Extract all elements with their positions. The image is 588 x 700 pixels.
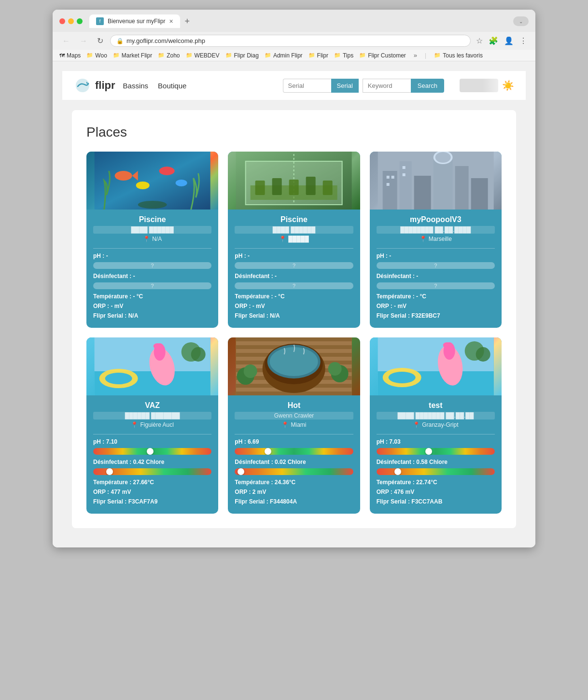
search-serial-input[interactable] [283, 79, 331, 93]
tab-close-btn[interactable]: × [169, 17, 173, 25]
card-owner-2: ████ ██████ [235, 226, 353, 234]
card-name-5: Hot [235, 401, 353, 410]
card-serial-4: Flipr Serial : F3CAF7A9 [93, 498, 211, 505]
close-button[interactable] [59, 18, 65, 24]
aquarium-image [86, 152, 218, 210]
place-card-5[interactable]: Hot Gwenn Crawler 📍 Miami pH : 6.69 Dési [228, 337, 360, 514]
bookmark-flipr-customer[interactable]: 📁 Flipr Customer [359, 52, 406, 59]
card-disinfectant-1: Désinfectant : - [93, 273, 211, 280]
minimize-button[interactable] [68, 18, 74, 24]
pin-icon-2: 📍 [279, 236, 286, 242]
bookmark-market-flipr[interactable]: 📁 Market Flipr [113, 52, 152, 59]
card-ph-2: pH : - [235, 252, 353, 259]
svg-point-57 [328, 362, 342, 376]
card-owner-3: ████████ ██.██.████ [377, 226, 495, 234]
svg-rect-15 [323, 181, 333, 195]
card-owner-5: Gwenn Crawler [235, 412, 353, 420]
card-owner-6: ████ ███████ ██.██.██ [377, 412, 495, 420]
svg-rect-13 [289, 180, 299, 195]
card-serial-1: Flipr Serial : N/A [93, 312, 211, 319]
user-avatar[interactable] [460, 79, 498, 92]
svg-rect-17 [382, 171, 397, 210]
more-bookmarks[interactable]: » [414, 52, 417, 59]
card-body-5: Hot Gwenn Crawler 📍 Miami pH : 6.69 Dési [228, 395, 360, 514]
bookmark-woo-label: Woo [95, 52, 107, 59]
bookmark-maps[interactable]: 🗺 Maps [59, 52, 81, 59]
svg-rect-20 [433, 156, 452, 210]
place-card-2[interactable]: Piscine ████ ██████ 📍 █████ pH : - ? Dés… [228, 152, 360, 328]
gauge-question-d3: ? [434, 283, 437, 289]
logo-text: flipr [95, 79, 115, 92]
flipr-logo[interactable]: flipr [74, 77, 115, 94]
svg-point-55 [244, 364, 257, 378]
secure-icon: 🔒 [116, 38, 124, 44]
search-keyword-button[interactable]: Search [411, 79, 444, 93]
card-owner-1: ████ ██████ [93, 226, 211, 234]
folder-icon-6: 📁 [265, 52, 271, 58]
place-card-6[interactable]: test ████ ███████ ██.██.██ 📍 Granzay-Gri… [370, 337, 502, 514]
browser-titlebar: f Bienvenue sur myFlipr × + ⌄ [53, 10, 535, 32]
card-body-2: Piscine ████ ██████ 📍 █████ pH : - ? Dés… [228, 210, 360, 328]
svg-point-67 [476, 347, 490, 362]
gauge-disinfect-marker-5 [238, 468, 244, 475]
back-button[interactable]: ← [59, 36, 73, 46]
active-tab[interactable]: f Bienvenue sur myFlipr × [89, 14, 180, 28]
svg-rect-21 [455, 166, 468, 210]
gauge-question-2: ? [293, 263, 295, 268]
bookmark-flipr[interactable]: 📁 Flipr [308, 52, 328, 59]
gauge-ph-marker-5 [265, 448, 271, 455]
svg-rect-12 [272, 178, 282, 195]
address-bar[interactable]: 🔒 my.goflipr.com/welcome.php [110, 35, 471, 47]
city-image [370, 152, 502, 210]
card-body-6: test ████ ███████ ██.██.██ 📍 Granzay-Gri… [370, 395, 502, 514]
place-card-1[interactable]: Piscine ████ ██████ 📍 N/A pH : - ? Désin… [86, 152, 218, 328]
search-keyword-input[interactable] [363, 79, 411, 93]
bookmark-flipr-diag[interactable]: 📁 Flipr Diag [225, 52, 259, 59]
card-ph-4: pH : 7.10 [93, 438, 211, 445]
card-disinfectant-2: Désinfectant : - [235, 273, 353, 280]
menu-button[interactable]: ⋮ [518, 35, 529, 47]
bookmark-zoho[interactable]: 📁 Zoho [158, 52, 180, 59]
pin-icon-4: 📍 [131, 421, 138, 428]
maximize-button[interactable] [77, 18, 83, 24]
place-card-4[interactable]: VAZ ██████ ███████ 📍 Figuière Aucl pH : … [86, 337, 218, 514]
card-temp-1: Température : - °C [93, 293, 211, 300]
card-temp-2: Température : - °C [235, 293, 353, 300]
gauge-ph-6 [377, 448, 495, 455]
gauge-disinfect-inactive-2: ? [235, 282, 353, 289]
bookmark-tips[interactable]: 📁 Tips [334, 52, 353, 59]
svg-point-1 [115, 171, 132, 181]
search-serial-button[interactable]: Serial [331, 79, 359, 93]
main-content-area: Places [72, 110, 516, 528]
card-orp-2: ORP : - mV [235, 303, 353, 309]
bookmark-webdev[interactable]: 📁 WEBDEV [186, 52, 220, 59]
folder-icon-4: 📁 [186, 52, 193, 58]
card-disinfectant-4: Désinfectant : 0.42 Chlore [93, 459, 211, 465]
svg-rect-19 [414, 176, 431, 210]
bookmark-all-favorites[interactable]: 📁 Tous les favoris [434, 52, 483, 59]
card-body-1: Piscine ████ ██████ 📍 N/A pH : - ? Désin… [86, 210, 218, 328]
svg-point-37 [105, 373, 132, 384]
new-tab-button[interactable]: + [182, 15, 193, 28]
card-image-2 [228, 152, 360, 210]
svg-point-4 [159, 167, 175, 175]
svg-rect-28 [402, 166, 405, 169]
card-name-2: Piscine [235, 215, 353, 224]
svg-rect-14 [306, 177, 316, 195]
bookmark-admin-flipr[interactable]: 📁 Admin Flipr [265, 52, 303, 59]
refresh-button[interactable]: ↻ [94, 35, 106, 46]
profile-button[interactable]: 👤 [503, 35, 515, 47]
gauge-ph-track-6 [377, 448, 495, 455]
bookmark-star-button[interactable]: ☆ [475, 35, 484, 47]
bookmark-woo[interactable]: 📁 Woo [86, 52, 107, 59]
folder-icon-9: 📁 [359, 52, 366, 58]
card-location-2: 📍 █████ [235, 236, 353, 242]
nav-bassins[interactable]: Bassins [123, 82, 149, 90]
forward-button[interactable]: → [77, 36, 90, 46]
extensions-button[interactable]: 🧩 [487, 35, 500, 47]
pin-icon-6: 📍 [413, 421, 420, 428]
nav-boutique[interactable]: Boutique [158, 82, 186, 90]
card-orp-6: ORP : 476 mV [377, 489, 495, 495]
tab-bar: f Bienvenue sur myFlipr × + [89, 14, 509, 28]
place-card-3[interactable]: myPoopoolV3 ████████ ██.██.████ 📍 Marsei… [370, 152, 502, 328]
